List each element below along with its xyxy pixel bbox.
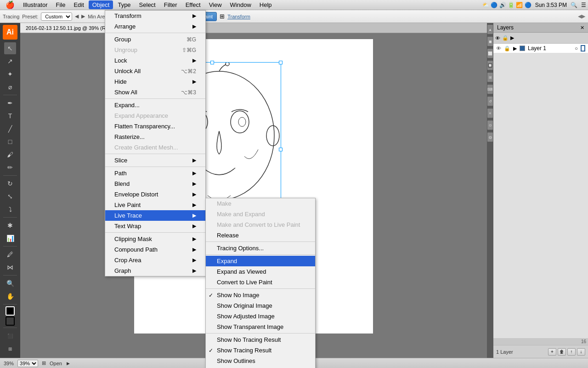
tool-direct-select[interactable]: ↗ [4,55,16,67]
right-bar-btn-2[interactable]: ◼ [487,37,493,46]
submenu-show-outlines[interactable]: Show Outlines [206,356,315,366]
layer-name[interactable]: Layer 1 [528,45,546,52]
toolbar-arrow-left[interactable]: ◀ [75,13,79,19]
menubar-search[interactable]: 🔍 [571,2,577,8]
right-bar-btn-4[interactable]: 🔲 [487,61,493,70]
menubar-type[interactable]: Type [114,0,134,9]
menu-crop-area[interactable]: Crop Area ▶ [105,255,205,265]
tool-line[interactable]: ╱ [4,123,16,135]
submenu-convert-live-paint[interactable]: Convert to Live Paint [206,277,315,288]
submenu-expand-viewed[interactable]: Expand as Viewed [206,266,315,277]
menu-live-trace[interactable]: Live Trace ▶ [105,210,205,221]
layer-eye[interactable]: 👁 [496,46,501,51]
menu-path[interactable]: Path ▶ [105,168,205,178]
menu-show-all[interactable]: Show All ⌥⌘3 [105,87,205,98]
submenu-show-original[interactable]: Show Original Image [206,300,315,311]
menubar-window[interactable]: Window [226,0,255,9]
menubar-filter[interactable]: Filter [160,0,181,9]
tool-lasso[interactable]: ⌀ [4,81,16,93]
submenu-show-tracing-result[interactable]: ✓ Show Tracing Result [206,345,315,356]
right-bar-btn-1[interactable]: ▲ [487,25,493,34]
layers-btn-add[interactable]: + [548,348,556,356]
menu-lock[interactable]: Lock ▶ [105,55,205,66]
stroke-color[interactable] [6,316,15,326]
menubar-edit[interactable]: Edit [70,0,87,9]
toolbar-arrow-right[interactable]: ▶ [81,13,85,19]
right-bar-btn-5[interactable]: ⊞ [487,73,493,82]
menu-graph[interactable]: Graph ▶ [105,265,205,276]
right-bar-btn-8[interactable]: ≡ [487,109,493,118]
tool-graph[interactable]: 📊 [4,232,16,244]
tool-warp[interactable]: ⤵ [4,203,16,215]
right-bar-btn-7[interactable]: ↺ [487,97,493,106]
layers-btn-move2[interactable]: ↓ [577,348,585,356]
tool-paintbrush[interactable]: 🖌 [4,149,16,161]
menubar-notif[interactable]: ☰ [581,2,586,8]
menu-arrange[interactable]: Arrange ▶ [105,21,205,32]
right-bar-btn-10[interactable]: ◍ [487,132,493,142]
menu-expand[interactable]: Expand... [105,100,205,110]
right-bar-btn-9[interactable]: ⊙ [487,121,493,130]
menu-group[interactable]: Group ⌘G [105,34,205,45]
tool-eyedropper[interactable]: 🖉 [4,248,16,260]
layer-visibility-btn[interactable]: ○ [575,46,578,51]
layer-item-1[interactable]: 👁 🔒 ▶ Layer 1 ○ [493,44,588,53]
menubar-object[interactable]: Object [89,0,113,9]
menu-slice[interactable]: Slice ▶ [105,155,205,166]
status-arrow[interactable]: ▶ [67,361,70,366]
layer-lock[interactable]: 🔒 [504,46,510,52]
drawing-modes[interactable]: ⬛ [4,330,16,342]
submenu-tracing-options[interactable]: Tracing Options... [206,243,315,253]
menubar-select[interactable]: Select [136,0,159,9]
menubar-help[interactable]: Help [256,0,276,9]
fill-color[interactable] [6,306,15,316]
menubar-effect[interactable]: Effect [182,0,204,9]
submenu-show-outlines-tracing[interactable]: Show Outlines with Tracing [206,366,315,368]
submenu-show-transparent[interactable]: Show Transparent Image [206,322,315,332]
layer-play[interactable]: ▶ [513,46,517,52]
menu-clipping-mask[interactable]: Clipping Mask ▶ [105,234,205,244]
menubar-view[interactable]: View [205,0,226,9]
tool-rect[interactable]: □ [4,136,16,148]
menubar-file[interactable]: File [52,0,69,9]
tool-symbol[interactable]: ✱ [4,219,16,231]
tool-type[interactable]: T [4,110,16,122]
tool-magic-wand[interactable]: ✦ [4,68,16,80]
submenu-show-adjusted[interactable]: Show Adjusted Image [206,311,315,322]
submenu-release[interactable]: Release [206,230,315,241]
tool-scale[interactable]: ⤡ [4,190,16,202]
layers-btn-delete[interactable]: 🗑 [558,348,566,356]
menu-compound-path[interactable]: Compound Path ▶ [105,244,205,255]
tool-pencil[interactable]: ✏ [4,161,16,173]
menu-transform[interactable]: Transform ▶ [105,11,205,21]
menu-blend[interactable]: Blend ▶ [105,178,205,189]
right-bar-btn-3[interactable]: ⬜ [487,49,493,58]
menu-text-wrap[interactable]: Text Wrap ▶ [105,221,205,231]
zoom-select[interactable]: 39% [17,360,38,367]
zoom-level[interactable]: 39% [4,361,14,366]
toolbar-icon3[interactable]: ⊞ [220,13,225,20]
tool-hand[interactable]: ✋ [4,290,16,302]
menu-live-paint[interactable]: Live Paint ▶ [105,200,205,210]
menu-envelope-distort[interactable]: Envelope Distort ▶ [105,189,205,200]
layers-panel-close[interactable]: ✕ [580,25,584,31]
tool-select[interactable]: ↖ [4,42,16,54]
submenu-show-no-image[interactable]: ✓ Show No Image [206,290,315,300]
menu-hide[interactable]: Hide ▶ [105,76,205,87]
menubar-illustrator[interactable]: Illustrator [19,0,51,9]
submenu-expand[interactable]: Expand [206,256,315,266]
apple-menu[interactable]: 🍎 [2,0,18,9]
tool-rotate[interactable]: ↻ [4,178,16,190]
menu-rasterize[interactable]: Rasterize... [105,132,205,142]
submenu-show-no-tracing[interactable]: Show No Tracing Result [206,334,315,345]
tool-pen[interactable]: ✒ [4,97,16,109]
menu-unlock-all[interactable]: Unlock All ⌥⌘2 [105,66,205,76]
preset-select[interactable]: Custom [41,12,72,21]
tool-blend[interactable]: ⋈ [4,261,16,273]
menu-flatten[interactable]: Flatten Transparency... [105,121,205,132]
layers-btn-move[interactable]: ↑ [567,348,576,356]
right-bar-btn-6[interactable]: ⌨ [487,85,493,94]
screen-mode[interactable]: ⊞ [4,343,16,355]
tool-zoom[interactable]: 🔍 [4,277,16,289]
transform-link[interactable]: Transform [227,14,250,19]
